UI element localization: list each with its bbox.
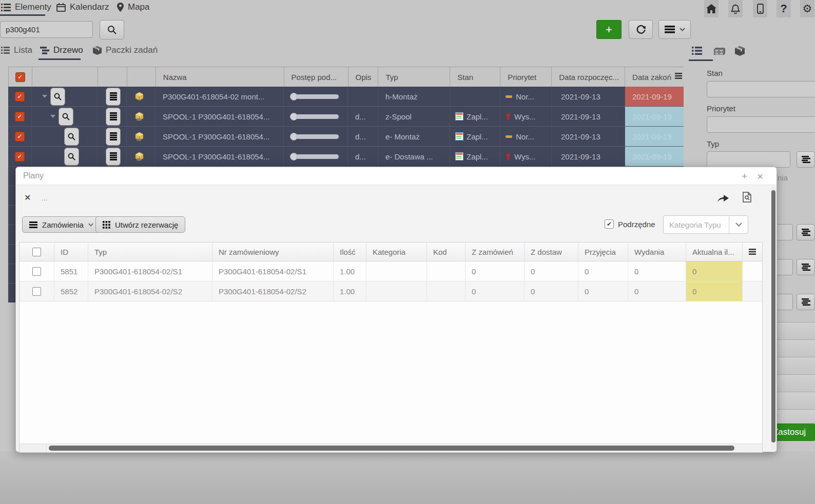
row-checkbox[interactable] bbox=[32, 287, 41, 296]
payments-icon bbox=[714, 48, 725, 55]
add-button[interactable]: + bbox=[596, 20, 622, 39]
refresh-button[interactable] bbox=[629, 20, 653, 39]
tab-drzewo[interactable]: Drzewo bbox=[40, 45, 83, 55]
help-icon[interactable]: ? bbox=[777, 0, 791, 17]
panel-tab-list[interactable] bbox=[692, 47, 702, 55]
typ-picker-button[interactable] bbox=[797, 151, 815, 168]
table-row[interactable]: ✓ P300G401-618054-02 mont... h-Montaż No… bbox=[8, 87, 684, 107]
table-row[interactable]: ✓ SPOOL-1 P300G401-618054... d... e- Dos… bbox=[8, 147, 684, 167]
h-scroll-thumb[interactable] bbox=[49, 446, 734, 451]
columns-menu-icon[interactable] bbox=[743, 243, 762, 261]
package-icon bbox=[93, 46, 102, 55]
modal-titlebar[interactable]: Plany + × bbox=[16, 167, 777, 185]
col-typ[interactable]: Typ bbox=[378, 67, 450, 87]
col-nazwa[interactable]: Nazwa bbox=[156, 67, 284, 87]
col-aktualna[interactable]: Aktualna il... bbox=[686, 243, 743, 261]
progress-bar bbox=[296, 134, 339, 139]
collapse-caret-icon[interactable] bbox=[42, 95, 47, 98]
col-z-zamowien[interactable]: Z zamówień bbox=[465, 243, 525, 261]
plan-z-dostaw: 0 bbox=[525, 281, 578, 301]
active-tab-underline bbox=[0, 14, 45, 16]
start-date: 2021-09-13 bbox=[561, 152, 600, 161]
typ-text: h-Montaż bbox=[385, 92, 418, 101]
search-button[interactable] bbox=[100, 20, 124, 39]
tab-mapa[interactable]: Mapa bbox=[117, 2, 150, 12]
col-postep[interactable]: Postęp pod... bbox=[284, 67, 348, 87]
col-stan[interactable]: Stan bbox=[450, 67, 500, 87]
filter-stan-input[interactable] bbox=[707, 81, 815, 97]
tab-kalendarz[interactable]: Kalendarz bbox=[56, 2, 109, 12]
col-z-dostaw[interactable]: Z dostaw bbox=[525, 243, 578, 261]
row-checkbox[interactable]: ✓ bbox=[15, 152, 25, 162]
tab-lista[interactable]: Lista bbox=[1, 45, 32, 55]
table-row[interactable]: 5852 P300G401-618054-02/S2 P300G401-6180… bbox=[20, 281, 762, 301]
picker-button[interactable] bbox=[797, 294, 815, 310]
plan-aktualna: 0 bbox=[686, 261, 743, 281]
select-all-checkbox[interactable]: ✓ bbox=[15, 72, 25, 82]
tab-paczki-zadan[interactable]: Paczki zadań bbox=[93, 45, 158, 55]
menu-button[interactable] bbox=[658, 20, 691, 39]
panel-tab-package[interactable] bbox=[735, 46, 745, 56]
create-reservation-button[interactable]: Utwórz rezerwację bbox=[95, 216, 185, 233]
col-ilosc[interactable]: Ilość bbox=[334, 243, 366, 261]
breadcrumb-ellipsis: ... bbox=[42, 194, 48, 202]
report-document-icon[interactable] bbox=[743, 192, 751, 203]
mobile-icon[interactable] bbox=[753, 0, 767, 17]
picker-button[interactable] bbox=[797, 259, 815, 275]
tab-elementy[interactable]: Elementy bbox=[1, 2, 51, 12]
zoom-row-button[interactable] bbox=[59, 108, 73, 126]
filter-priorytet-input[interactable] bbox=[707, 116, 815, 133]
row-menu-button[interactable] bbox=[106, 108, 121, 126]
podrzedne-checkbox[interactable]: ✔ bbox=[605, 219, 614, 229]
clear-selection-icon[interactable]: ✕ bbox=[24, 193, 31, 203]
table-row[interactable]: ✓ SPOOL-1 P300G401-618054... d... e- Mon… bbox=[8, 127, 684, 147]
columns-menu-icon[interactable] bbox=[675, 73, 682, 79]
v-scroll-thumb[interactable] bbox=[771, 190, 775, 442]
col-przyjecia[interactable]: Przyjęcia bbox=[578, 243, 628, 261]
col-priorytet[interactable]: Priorytet bbox=[500, 67, 552, 87]
plan-z-zamowien: 0 bbox=[465, 281, 525, 301]
table-row[interactable]: 5851 P300G401-618054-02/S1 P300G401-6180… bbox=[20, 261, 762, 281]
priority-text: Wys... bbox=[514, 112, 536, 121]
filter-typ-label: Typ bbox=[707, 139, 719, 148]
modal-close-button[interactable]: × bbox=[757, 171, 763, 182]
col-opis[interactable]: Opis bbox=[348, 67, 379, 87]
table-row[interactable]: ✓ SPOOL-1 P300G401-618054... d... z-Spoo… bbox=[8, 107, 684, 127]
home-icon[interactable] bbox=[704, 0, 719, 17]
select-all-checkbox[interactable] bbox=[32, 248, 41, 256]
zoom-row-button[interactable] bbox=[64, 148, 79, 166]
row-checkbox[interactable]: ✓ bbox=[15, 112, 25, 122]
collapse-caret-icon[interactable] bbox=[50, 115, 55, 118]
row-checkbox[interactable] bbox=[32, 267, 41, 276]
progress-bar bbox=[296, 114, 339, 119]
clipped-field-label: nia bbox=[778, 173, 788, 182]
forward-arrow-icon[interactable] bbox=[717, 194, 729, 203]
modal-expand-button[interactable]: + bbox=[742, 171, 747, 181]
active-view-underline bbox=[38, 58, 81, 60]
row-menu-button[interactable] bbox=[106, 128, 121, 146]
col-data-zak[interactable]: Data zakoń bbox=[625, 67, 684, 87]
row-menu-button[interactable] bbox=[106, 88, 121, 106]
col-kod[interactable]: Kod bbox=[427, 243, 465, 261]
col-kategoria[interactable]: Kategoria bbox=[366, 243, 427, 261]
category-type-select[interactable]: Kategoria Typu bbox=[663, 215, 748, 234]
tree-table-header: ✓ Nazwa Postęp pod... Opis Typ Stan Prio… bbox=[8, 67, 684, 87]
col-data-rozp[interactable]: Data rozpoczęc... bbox=[552, 67, 625, 87]
row-menu-button[interactable] bbox=[106, 148, 121, 166]
filter-typ-input[interactable] bbox=[707, 151, 790, 168]
picker-button[interactable] bbox=[797, 224, 815, 240]
zoom-row-button[interactable] bbox=[64, 128, 79, 146]
row-checkbox[interactable]: ✓ bbox=[15, 132, 25, 142]
settings-gear-icon[interactable]: ⚙ bbox=[800, 0, 814, 17]
priority-text: Wys... bbox=[514, 152, 536, 161]
panel-tab-payments[interactable] bbox=[714, 48, 725, 55]
notifications-icon[interactable] bbox=[728, 0, 743, 17]
col-typ[interactable]: Typ bbox=[88, 243, 212, 261]
col-id[interactable]: ID bbox=[54, 243, 88, 261]
col-nr[interactable]: Nr zamówieniowy bbox=[212, 243, 334, 261]
orders-dropdown-button[interactable]: Zamówienia bbox=[22, 216, 101, 233]
search-input[interactable] bbox=[0, 21, 93, 38]
zoom-row-button[interactable] bbox=[50, 88, 65, 106]
row-checkbox[interactable]: ✓ bbox=[15, 92, 25, 102]
col-wydania[interactable]: Wydania bbox=[628, 243, 686, 261]
